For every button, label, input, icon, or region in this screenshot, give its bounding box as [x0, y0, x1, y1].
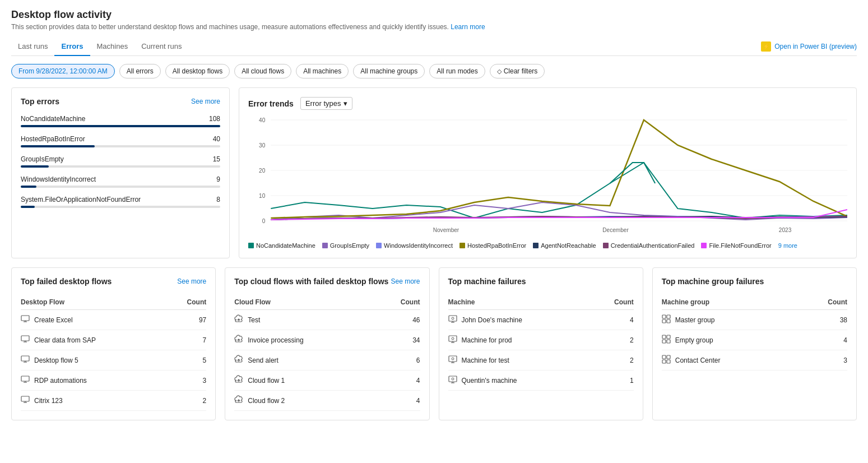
cloud-flows-table: Cloud Flow Count Test 46 Invoice process…: [234, 295, 420, 411]
svg-point-43: [452, 378, 454, 380]
error-item: HostedRpaBotInError 40: [21, 135, 220, 147]
svg-text:December: December: [602, 227, 629, 233]
desktop-flow-icon: [21, 314, 30, 325]
error-items: NoCandidateMachine 108 HostedRpaBotInErr…: [21, 115, 220, 208]
group-name: Master group: [675, 316, 715, 324]
svg-text:November: November: [433, 227, 459, 233]
filter-machines[interactable]: All machines: [296, 64, 349, 78]
error-item: GroupIsEmpty 15: [21, 155, 220, 168]
tab-machines[interactable]: Machines: [90, 38, 135, 56]
error-trends-card: Error trends Error types ▾ 40 30: [239, 87, 857, 258]
failed-flows-col-count: Count: [168, 295, 206, 310]
legend-item-no-candidate[interactable]: NoCandidateMachine: [248, 242, 315, 249]
error-name: NoCandidateMachine: [21, 115, 85, 123]
machine-count: 4: [595, 310, 634, 330]
filter-run-modes[interactable]: All run modes: [429, 64, 485, 78]
legend-label: GroupIsEmpty: [330, 242, 369, 249]
legend-item-hosted-rpa[interactable]: HostedRpaBotInError: [459, 242, 526, 249]
table-row: Cloud flow 1 4: [234, 371, 420, 391]
cloud-flow-icon: [234, 355, 243, 365]
group-count: 3: [801, 350, 847, 371]
bottom-grid: Top failed desktop flows See more Deskto…: [11, 267, 857, 420]
chart-title: Error trends: [248, 99, 294, 108]
filter-desktop-flows[interactable]: All desktop flows: [165, 64, 230, 78]
legend-color: [322, 243, 328, 248]
machine-icon: [448, 314, 457, 325]
table-row: Contact Center 3: [662, 350, 847, 371]
error-bar-background: [21, 165, 220, 168]
legend-item-file-not-found[interactable]: File.FileNotFoundError: [701, 242, 771, 249]
table-row: Machine for prod 2: [448, 330, 634, 350]
cloud-flow-name: Cloud flow 2: [248, 397, 285, 405]
top-failed-flows-see-more[interactable]: See more: [177, 277, 206, 285]
legend-more[interactable]: 9 more: [778, 242, 797, 249]
table-row: Empty group 4: [662, 330, 847, 350]
svg-rect-52: [662, 355, 666, 359]
table-row: RDP automations 3: [21, 371, 206, 391]
tab-current-runs[interactable]: Current runs: [134, 38, 188, 56]
chart-area: 40 30 20 10 0 November December 2023: [248, 114, 847, 238]
top-errors-card: Top errors See more NoCandidateMachine 1…: [11, 87, 230, 258]
page-subtitle: This section provides data to better und…: [11, 23, 857, 31]
legend-color: [376, 243, 382, 248]
error-count: 8: [216, 196, 220, 203]
top-errors-see-more[interactable]: See more: [191, 98, 220, 105]
top-cloud-flows-title: Top cloud flows with failed desktop flow…: [234, 277, 388, 286]
svg-rect-19: [21, 356, 29, 361]
error-types-dropdown[interactable]: Error types ▾: [300, 97, 352, 110]
group-icon: [662, 335, 671, 345]
learn-more-link[interactable]: Learn more: [451, 23, 485, 31]
filter-date[interactable]: From 9/28/2022, 12:00:00 AM: [11, 64, 115, 78]
machine-group-failures-table: Machine group Count Master group 38 Empt…: [662, 295, 847, 371]
table-row: Invoice processing 34: [234, 330, 420, 350]
top-cloud-flows-see-more[interactable]: See more: [391, 277, 420, 285]
group-icon: [662, 314, 671, 325]
top-machine-failures-header: Top machine failures: [448, 277, 634, 286]
legend-color: [701, 243, 707, 248]
top-failed-flows-title: Top failed desktop flows: [21, 277, 112, 286]
cloud-flow-name: Invoice processing: [248, 336, 303, 344]
filter-machine-groups[interactable]: All machine groups: [353, 64, 425, 78]
tab-last-runs[interactable]: Last runs: [11, 38, 54, 56]
main-grid: Top errors See more NoCandidateMachine 1…: [11, 87, 857, 258]
desktop-flow-icon: [21, 355, 30, 365]
chart-header: Error trends Error types ▾: [248, 97, 847, 110]
legend-item-more[interactable]: 9 more: [778, 242, 797, 249]
cloud-flows-col-flow: Cloud Flow: [234, 295, 379, 310]
tab-errors[interactable]: Errors: [54, 38, 90, 56]
cloud-flow-icon: [234, 375, 243, 386]
page-title: Desktop flow activity: [11, 9, 857, 21]
error-bar-background: [21, 145, 220, 147]
svg-rect-54: [662, 360, 666, 363]
cloud-flow-count: 6: [379, 350, 420, 371]
legend-label: WindowsIdentityIncorrect: [384, 242, 453, 249]
error-trends-chart: 40 30 20 10 0 November December 2023: [248, 114, 847, 238]
error-count: 108: [209, 115, 220, 123]
legend-item-group-empty[interactable]: GroupIsEmpty: [322, 242, 369, 249]
filter-errors[interactable]: All errors: [119, 64, 161, 78]
flow-name: Clear data from SAP: [34, 336, 96, 344]
svg-rect-40: [449, 376, 457, 382]
legend-item-agent-not[interactable]: AgentNotReachable: [533, 242, 596, 249]
svg-point-31: [452, 317, 454, 320]
filter-cloud-flows[interactable]: All cloud flows: [234, 64, 291, 78]
table-row: Cloud flow 2 4: [234, 391, 420, 411]
chart-legend: NoCandidateMachineGroupIsEmptyWindowsIde…: [248, 242, 847, 249]
error-bar-background: [21, 125, 220, 127]
legend-item-credential-auth[interactable]: CredentialAuthenticationFailed: [603, 242, 695, 249]
svg-text:2023: 2023: [779, 227, 792, 233]
svg-rect-50: [662, 340, 666, 343]
legend-item-windows-identity[interactable]: WindowsIdentityIncorrect: [376, 242, 453, 249]
svg-rect-49: [667, 335, 670, 339]
filter-clear[interactable]: ◇ Clear filters: [490, 64, 545, 78]
top-cloud-flows-header: Top cloud flows with failed desktop flow…: [234, 277, 420, 286]
svg-rect-22: [21, 376, 29, 381]
error-name: WindowsIdentityIncorrect: [21, 175, 96, 183]
table-row: Machine for test 2: [448, 350, 634, 371]
machine-col-machine: Machine: [448, 295, 596, 310]
machine-icon: [448, 355, 457, 365]
error-bar-fill: [21, 145, 95, 147]
open-powerbi-button[interactable]: ⚡ Open in Power BI (preview): [761, 41, 857, 52]
top-failed-flows-card: Top failed desktop flows See more Deskto…: [11, 267, 216, 420]
top-errors-title: Top errors: [21, 97, 59, 106]
